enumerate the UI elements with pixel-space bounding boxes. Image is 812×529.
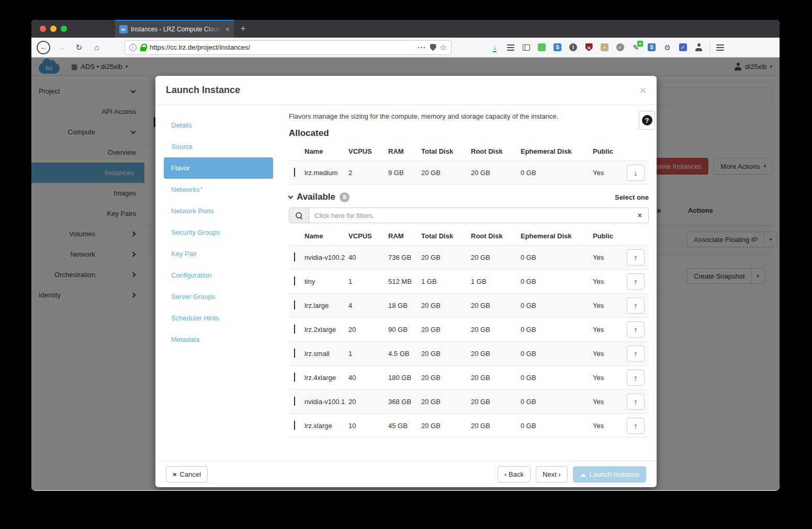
allocate-flavor-button[interactable]: ↑ [627,321,645,338]
cell-ephemeral-disk: 0 GB [521,254,593,261]
column-header-ram: RAM [388,147,421,155]
home-icon[interactable]: ⌂ [90,41,104,54]
step-scheduler-hints[interactable]: Scheduler Hints [164,307,273,329]
step-security-groups[interactable]: Security Groups [164,222,273,243]
column-header-ram: RAM [388,232,421,240]
flavor-row-lrz.large: lrz.large418 GB20 GB20 GB0 GBYes↑ [289,293,649,317]
cell-ephemeral-disk: 0 GB [521,398,593,406]
cell-total-disk: 20 GB [421,398,471,406]
download-icon[interactable]: ↓ [490,43,499,52]
launch-instance-button[interactable]: ☁ Launch Instance [573,466,646,482]
cancel-button[interactable]: × Cancel [166,466,208,482]
menu-hamburger-icon[interactable] [716,44,724,51]
reload-icon[interactable]: ↻ [72,41,86,54]
ext-green-icon[interactable] [537,43,546,52]
page-actions-icon[interactable]: ··· [418,43,426,51]
step-metadata[interactable]: Metadata [164,329,273,350]
step-networks[interactable]: Networks* [164,179,273,200]
title-bar: lrz Instances - LRZ Compute Cloud × + [31,20,780,38]
ext-check-circle-icon[interactable]: ✓ [616,43,625,52]
column-header-public: Public [593,147,623,155]
back-icon[interactable]: ← [37,41,50,54]
step-details[interactable]: Details [164,114,273,136]
step-network-ports[interactable]: Network Ports [164,200,273,222]
allocate-flavor-button[interactable]: ↑ [627,297,645,314]
back-button[interactable]: ‹ Back [498,466,531,482]
gear-icon[interactable]: ⚙ [663,43,672,52]
browser-toolbar: ← → ↻ ⌂ i https://cc.lrz.de/project/inst… [31,38,780,58]
expand-chevron-icon[interactable] [289,278,304,285]
expand-chevron-icon[interactable] [289,398,304,406]
cell-public: Yes [593,169,623,177]
step-flavor[interactable]: Flavor [164,157,273,179]
allocate-flavor-button[interactable]: ↑ [627,394,645,410]
step-label: Key Pair [171,250,197,258]
cell-total-disk: 20 GB [421,422,471,430]
close-window-button[interactable] [40,26,46,32]
browser-tab[interactable]: lrz Instances - LRZ Compute Cloud × [115,20,234,38]
ext-device-icon[interactable]: ✓ [679,43,687,52]
step-key-pair[interactable]: Key Pair [164,243,273,264]
flavor-description: Flavors manage the sizing for the comput… [289,112,649,121]
cell-root-disk: 20 GB [471,422,521,430]
cell-ephemeral-disk: 0 GB [521,422,593,430]
chevron-right-icon [294,252,295,261]
filter-input[interactable] [309,208,631,223]
allocate-flavor-button[interactable]: ↑ [627,346,645,362]
chevron-right-icon [294,349,295,358]
collapse-chevron-icon[interactable] [288,194,294,199]
forward-icon[interactable]: → [54,41,68,54]
expand-chevron-icon[interactable] [289,350,304,358]
minimize-window-button[interactable] [50,26,57,32]
library-icon[interactable] [506,43,515,52]
ext-pen-icon[interactable]: ✎0 [631,43,640,52]
cell-ephemeral-disk: 0 GB [521,278,593,285]
ext-tan-icon[interactable]: ▪ [600,43,609,52]
chevron-right-icon [294,373,295,382]
chevron-right-icon [294,301,295,309]
allocate-flavor-button[interactable]: ↑ [627,273,645,290]
allocate-flavor-button[interactable]: ↑ [627,249,645,266]
ublock-shield-icon[interactable]: u [584,43,593,52]
url-bar[interactable]: i https://cc.lrz.de/project/instances/ ·… [125,40,452,55]
step-label: Scheduler Hints [171,314,219,322]
expand-chevron-icon[interactable] [289,326,304,334]
pocket-shield-icon[interactable] [430,44,436,51]
column-header-root-disk: Root Disk [471,147,521,155]
allocated-heading: Allocated [289,128,649,139]
ext-s-square-icon[interactable]: S [647,43,656,52]
modal-close-icon[interactable]: × [640,85,646,96]
cell-ram: 368 GB [388,398,421,406]
expand-chevron-icon[interactable] [289,169,304,177]
step-source[interactable]: Source [164,136,273,157]
next-button[interactable]: Next › [536,466,568,482]
zoom-window-button[interactable] [61,26,67,32]
page-info-icon[interactable]: i [129,44,137,51]
ext-info-circle-icon[interactable]: i [569,43,578,52]
help-button[interactable]: ? [639,111,655,130]
required-asterisk: * [200,187,202,192]
step-configuration[interactable]: Configuration [164,264,273,286]
clear-filter-icon[interactable]: × [631,208,648,223]
flavor-row-lrz.4xlarge: lrz.4xlarge40180 GB20 GB20 GB0 GBYes↑ [289,365,649,389]
column-header-vcpus: VCPUS [348,232,388,240]
expand-chevron-icon[interactable] [289,422,304,430]
account-icon[interactable] [694,43,703,52]
new-tab-button[interactable]: + [234,20,252,38]
sidebar-toggle-icon[interactable] [522,43,531,52]
url-text[interactable]: https://cc.lrz.de/project/instances/ [150,43,414,51]
allocate-flavor-button[interactable]: ↑ [627,370,645,386]
step-server-groups[interactable]: Server Groups [164,286,273,307]
cell-root-disk: 20 GB [471,398,521,406]
allocate-flavor-button[interactable]: ↑ [627,418,645,434]
expand-chevron-icon[interactable] [289,374,304,382]
tab-close-icon[interactable]: × [225,26,230,33]
expand-chevron-icon[interactable] [289,302,304,309]
expand-chevron-icon[interactable] [289,254,304,261]
browser-window: lrz Instances - LRZ Compute Cloud × + ← … [31,20,780,491]
cell-name: tiny [304,278,348,285]
ext-s-blue-icon[interactable]: S [553,43,562,52]
ext-device-icon-shape: ✓ [679,43,687,51]
bookmark-star-icon[interactable]: ☆ [440,43,447,52]
deallocate-flavor-button[interactable]: ↓ [627,165,645,181]
